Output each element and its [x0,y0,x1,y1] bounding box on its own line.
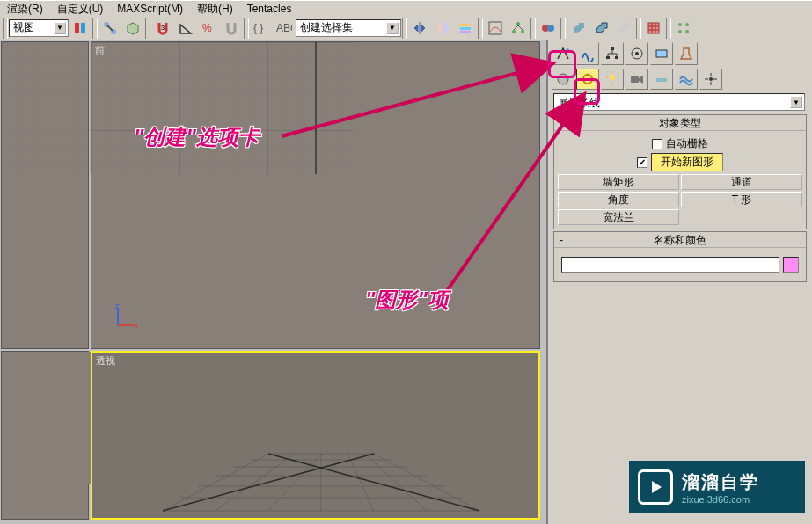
chevron-down-icon: ▼ [54,22,66,34]
align-icon[interactable] [432,18,453,39]
obj-btn-tee[interactable]: T 形 [681,192,802,207]
modify-tab[interactable] [576,42,599,65]
viewport-front[interactable]: 前 z x [91,41,540,349]
percent-snap-icon[interactable]: % [198,18,219,39]
named-selection-dropdown[interactable]: 创建选择集 ▼ [296,19,401,37]
menu-maxscript[interactable]: MAXScript(M) [110,1,190,16]
view-dropdown[interactable]: 视图 ▼ [9,19,69,37]
reactor-util-icon[interactable] [673,18,694,39]
rollout-header-object-type[interactable]: 对象类型 [554,115,806,131]
play-icon [638,469,673,505]
menu-tentacles[interactable]: Tentacles [240,1,299,16]
utilities-tab[interactable] [675,42,698,65]
main-toolbar: 视图 ▼ 3 % { } ABC 创建选择集 ▼ [0,16,812,40]
svg-rect-13 [489,22,501,34]
viewport-left-strip[interactable] [1,41,89,349]
render-setup-icon[interactable] [567,18,589,39]
separator [402,18,407,39]
separator [244,18,249,39]
separator [145,18,150,39]
schematic-view-icon[interactable] [508,18,529,39]
display-tab[interactable] [650,42,673,65]
svg-rect-1 [81,23,85,33]
svg-point-55 [635,52,639,55]
link-icon[interactable] [99,18,121,39]
rollout-name-color: 名称和颜色 [553,231,807,282]
box-icon[interactable] [122,18,143,39]
svg-line-49 [268,454,479,511]
menu-render[interactable]: 渲染(R) [0,1,50,16]
svg-text:ABC: ABC [276,22,292,34]
view-dropdown-label: 视图 [13,20,34,35]
lights-subtab[interactable] [601,69,624,90]
start-new-shape-button[interactable]: 开始新图形 [651,153,723,171]
keyframe-toggle-icon[interactable] [69,18,91,39]
svg-rect-64 [656,78,667,82]
svg-rect-63 [631,76,639,83]
svg-text:x: x [135,321,139,330]
snap-toggle-icon[interactable]: 3 [152,18,173,39]
motion-tab[interactable] [625,42,648,65]
autogrid-label: 自动栅格 [666,136,708,151]
systems-subtab[interactable] [699,69,722,90]
obj-btn-channel[interactable]: 通道 [681,174,802,190]
obj-btn-angle[interactable]: 角度 [558,192,679,207]
svg-point-23 [685,30,689,33]
rollout-header-name-color[interactable]: 名称和颜色 [554,232,806,248]
svg-rect-0 [75,23,79,33]
axis-gizmo-icon: z x [113,304,139,331]
render-frame-icon[interactable] [590,18,611,39]
start-new-shape-checkbox[interactable] [637,157,647,168]
helpers-subtab[interactable] [650,69,673,90]
command-panel: 展样条线 ▼ 对象类型 自动栅格 开始新图形 墙矩形 通道 角度 T 形 宽法兰 [546,40,812,524]
separator [478,18,483,39]
separator [530,18,536,39]
svg-point-14 [516,22,520,25]
viewport-bottom-left[interactable] [1,351,89,520]
layer-manager-icon[interactable] [455,18,476,39]
menu-bar: 渲染(R) 自定义(U) MAXScript(M) 帮助(H) Tentacle… [0,0,812,16]
svg-rect-19 [648,23,659,33]
spacewarps-subtab[interactable] [675,69,698,90]
angle-snap-icon[interactable] [175,18,196,39]
highlight-shapes-subtab [574,78,600,105]
svg-point-62 [610,75,615,80]
svg-rect-52 [606,56,610,59]
cameras-subtab[interactable] [625,69,648,90]
svg-line-41 [163,454,268,511]
svg-line-47 [374,454,479,511]
viewport-perspective[interactable]: 透视 [91,351,540,520]
named-sel-left-icon[interactable]: { } [251,18,272,39]
reactor-grid-icon[interactable] [643,18,664,39]
hierarchy-tab[interactable] [601,42,624,65]
separator [92,18,98,39]
object-color-swatch[interactable] [783,257,799,273]
svg-rect-8 [437,25,442,32]
menu-help[interactable]: 帮助(H) [190,1,240,16]
annotation-create-tab: "创建"选项卡 [134,123,260,151]
grip-icon [3,18,8,39]
spinner-snap-icon[interactable] [221,18,242,39]
svg-text:{ }: { } [253,22,263,34]
viewport-area: 前 z x 透视 [0,40,546,524]
watermark: 溜溜自学 zixue.3d66.com [629,461,805,513]
material-editor-icon[interactable] [538,18,559,39]
svg-text:%: % [202,22,212,34]
svg-point-21 [685,23,689,26]
svg-rect-51 [611,47,614,50]
named-sel-abc-icon[interactable]: ABC [274,18,295,39]
obj-btn-wall-rect[interactable]: 墙矩形 [558,174,679,190]
obj-btn-wide-flange[interactable]: 宽法兰 [558,209,679,225]
autogrid-checkbox[interactable] [652,139,662,149]
object-name-input[interactable] [561,257,779,273]
mirror-icon[interactable] [409,18,430,39]
curve-editor-icon[interactable] [485,18,506,39]
quick-render-icon[interactable] [613,18,634,39]
svg-rect-12 [460,31,471,33]
highlight-create-tab [548,50,576,78]
separator [666,18,671,39]
svg-rect-9 [443,23,448,33]
svg-point-16 [521,30,524,33]
menu-customize[interactable]: 自定义(U) [50,1,111,16]
command-panel-tabs [548,40,812,67]
